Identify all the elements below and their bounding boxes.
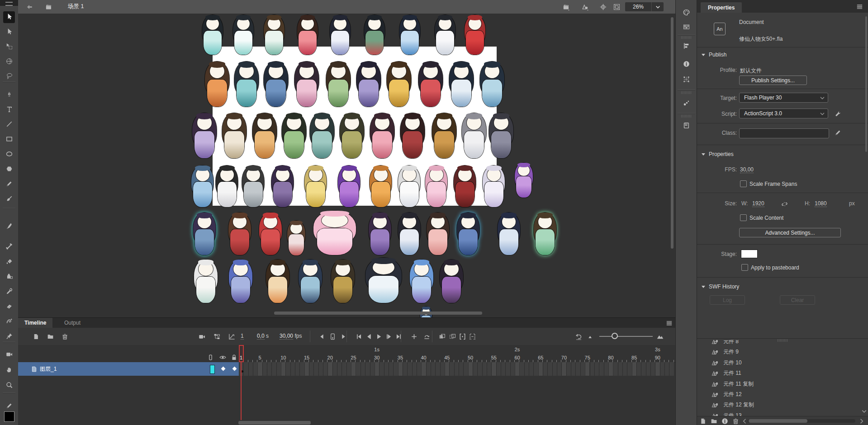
- target-dropdown[interactable]: Flash Player 30: [739, 93, 828, 103]
- oval-tool[interactable]: [3, 149, 15, 161]
- publish-settings-button[interactable]: Publish Settings...: [739, 76, 807, 85]
- script-dropdown[interactable]: ActionScript 3.0: [739, 109, 828, 118]
- height-value[interactable]: 1080: [815, 200, 827, 207]
- character-sprite[interactable]: [190, 165, 215, 209]
- character-sprite[interactable]: [452, 165, 478, 209]
- character-sprite[interactable]: [191, 113, 218, 160]
- free-transform-tool[interactable]: [3, 41, 15, 53]
- hand-tool[interactable]: [3, 364, 15, 376]
- character-sprite[interactable]: [231, 15, 255, 57]
- character-sprite[interactable]: [488, 113, 515, 160]
- next-frame-button[interactable]: [384, 331, 394, 341]
- timeline-horizontal-scrollbar[interactable]: [238, 421, 311, 425]
- center-frame-button[interactable]: [598, 2, 608, 12]
- library-properties-button[interactable]: [720, 416, 730, 425]
- previous-frame-button[interactable]: [364, 331, 374, 341]
- character-sprite[interactable]: [192, 212, 218, 257]
- character-sprite[interactable]: [425, 212, 451, 257]
- last-frame-button[interactable]: [394, 331, 403, 341]
- character-sprite[interactable]: [258, 212, 284, 257]
- character-sprite[interactable]: [438, 260, 465, 305]
- character-sprite[interactable]: [328, 15, 352, 57]
- character-sprite[interactable]: [399, 113, 426, 160]
- pin-tool[interactable]: [3, 331, 15, 343]
- timeline-zoom-out-icon[interactable]: [586, 331, 596, 341]
- character-sprite[interactable]: [338, 113, 365, 160]
- new-folder-button[interactable]: [45, 331, 55, 341]
- character-sprite[interactable]: [303, 165, 328, 209]
- tab-timeline[interactable]: Timeline: [18, 318, 52, 328]
- fill-color-swatch[interactable]: [4, 411, 14, 422]
- character-sprite[interactable]: [280, 113, 308, 160]
- character-sprite[interactable]: [193, 260, 219, 305]
- character-sprite[interactable]: [481, 165, 507, 209]
- bone-tool[interactable]: [3, 241, 15, 253]
- fps-value[interactable]: 30,00: [740, 166, 754, 173]
- character-sprite[interactable]: [227, 212, 253, 257]
- character-sprite[interactable]: [433, 15, 457, 57]
- ink-bottle-tool[interactable]: [3, 271, 15, 283]
- properties-scrollbar[interactable]: [865, 16, 867, 152]
- character-sprite[interactable]: [270, 165, 295, 209]
- character-sprite[interactable]: [397, 212, 422, 257]
- edit-multiple-frames-button[interactable]: [457, 331, 467, 341]
- library-delete-button[interactable]: [730, 416, 740, 425]
- current-frame-indicator[interactable]: [327, 331, 337, 341]
- asset-warp-tool[interactable]: [3, 316, 15, 328]
- elapsed-time[interactable]: 0,0 s: [257, 333, 269, 339]
- character-sprite[interactable]: [251, 113, 278, 160]
- character-sprite[interactable]: [417, 61, 444, 109]
- timeline-zoom-knob[interactable]: [612, 333, 618, 339]
- character-sprite[interactable]: [431, 113, 458, 160]
- insert-marker-button[interactable]: [409, 331, 419, 341]
- character-sprite[interactable]: [355, 61, 382, 109]
- onion-skin-button[interactable]: [437, 331, 447, 341]
- visibility-column-icon[interactable]: [218, 352, 228, 362]
- camera-tool[interactable]: [3, 349, 15, 361]
- character-sprite[interactable]: [532, 212, 558, 257]
- timeline-zoom-slider[interactable]: [599, 336, 653, 337]
- character-sprite[interactable]: [369, 113, 396, 160]
- rectangle-tool[interactable]: [3, 134, 15, 146]
- script-settings-wrench-icon[interactable]: [833, 109, 843, 118]
- edit-symbols-button[interactable]: [580, 2, 590, 12]
- layer-name[interactable]: 图层_1: [40, 365, 57, 373]
- character-sprite[interactable]: [200, 15, 224, 57]
- polystar-tool[interactable]: [3, 164, 15, 175]
- eraser-tool[interactable]: [3, 301, 15, 313]
- library-item[interactable]: 元件 9: [697, 347, 868, 357]
- character-sprite[interactable]: [368, 165, 394, 209]
- motion-presets-panel[interactable]: [681, 98, 691, 108]
- subselection-tool[interactable]: [3, 26, 15, 38]
- link-dimensions-icon[interactable]: [779, 199, 789, 209]
- character-sprite[interactable]: [385, 61, 413, 109]
- clip-pasteboard-toggle[interactable]: [612, 2, 621, 12]
- character-sprite[interactable]: [221, 113, 248, 160]
- advanced-settings-button[interactable]: Advanced Settings...: [739, 228, 841, 237]
- character-sprite[interactable]: [293, 61, 320, 109]
- library-item[interactable]: 元件 12: [697, 389, 868, 400]
- character-sprite[interactable]: [513, 163, 534, 199]
- pen-tool[interactable]: [3, 89, 15, 101]
- character-sprite[interactable]: [241, 165, 266, 209]
- character-sprite[interactable]: [460, 113, 488, 160]
- library-item[interactable]: 元件 13: [697, 411, 868, 416]
- character-sprite[interactable]: [424, 165, 449, 209]
- character-sprite[interactable]: [297, 260, 323, 305]
- character-sprite[interactable]: [337, 165, 362, 209]
- step-back-button[interactable]: [317, 331, 327, 341]
- character-sprite[interactable]: [363, 258, 404, 305]
- character-sprite[interactable]: [496, 212, 522, 257]
- library-item[interactable]: 元件 11: [697, 368, 868, 378]
- timeline-menu-icon[interactable]: [664, 318, 674, 328]
- pencil-tool[interactable]: [3, 179, 15, 190]
- character-sprite[interactable]: [408, 260, 435, 305]
- new-symbol-button[interactable]: [698, 416, 708, 425]
- library-scroll-down-icon[interactable]: [859, 406, 868, 416]
- library-item[interactable]: 元件 10: [697, 358, 868, 368]
- character-sprite[interactable]: [204, 61, 231, 109]
- align-panel[interactable]: [681, 41, 691, 51]
- loop-playback-button[interactable]: [422, 331, 432, 341]
- character-sprite[interactable]: [233, 61, 260, 109]
- new-layer-button[interactable]: [31, 331, 41, 341]
